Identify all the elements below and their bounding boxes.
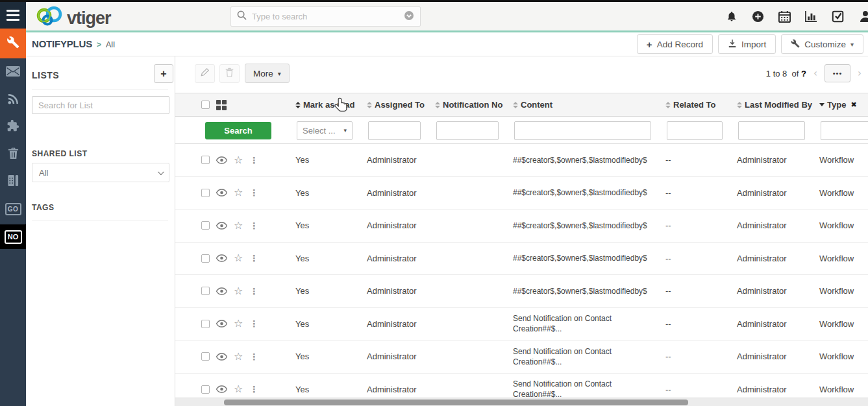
sidebar-item-tools-active[interactable] [0,29,26,58]
search-button[interactable]: Search [205,122,271,139]
user-icon[interactable] [859,10,868,23]
sidebar-item-recycle-bin[interactable] [0,141,26,167]
row-menu-icon[interactable]: ⋮ [249,287,258,296]
shared-list-select[interactable]: All [32,163,169,182]
sidebar-item-extensions[interactable] [0,114,26,140]
preview-eye-icon[interactable] [216,353,227,361]
table-row[interactable]: ☆ ⋮ Yes Administrator Send Notification … [175,308,868,341]
edit-button[interactable] [195,64,215,83]
content-filter-input[interactable] [514,121,651,140]
row-checkbox[interactable] [201,287,210,295]
grid-view-icon[interactable] [216,100,227,110]
add-record-button[interactable]: + Add Record [637,34,713,54]
remove-column-icon[interactable]: ✖ [850,101,856,109]
column-header-assigned-to[interactable]: Assigned To [360,100,428,110]
follow-star-icon[interactable]: ☆ [234,221,243,231]
cell-content: ##$creator$,$owner$,$lastmodifiedby$ [506,253,659,263]
bar-chart-icon[interactable] [805,10,817,22]
row-menu-icon[interactable]: ⋮ [249,156,258,165]
bell-icon[interactable] [726,10,738,23]
preview-eye-icon[interactable] [216,156,227,164]
global-search-input[interactable] [252,12,399,21]
hamburger-menu-button[interactable] [0,2,26,29]
column-header-notification-no[interactable]: Notification No [428,100,506,110]
row-checkbox[interactable] [201,156,210,164]
row-checkbox[interactable] [201,385,210,394]
cell-related-to: -- [659,286,730,296]
follow-star-icon[interactable]: ☆ [234,318,243,329]
row-menu-icon[interactable]: ⋮ [249,221,258,230]
table-row[interactable]: ☆ ⋮ Yes Administrator ##$creator$,$owner… [175,144,868,177]
add-list-button[interactable]: + [154,64,173,83]
import-button[interactable]: Import [718,34,776,54]
mark-as-read-filter-select[interactable]: Select ... ▾ [297,121,353,140]
tasks-icon[interactable] [832,10,845,23]
preview-eye-icon[interactable] [216,189,227,197]
preview-eye-icon[interactable] [216,385,227,393]
customize-button[interactable]: Customize ▾ [781,34,863,54]
search-scope-chevron-icon[interactable] [404,10,414,23]
select-all-checkbox[interactable] [201,101,210,109]
column-header-last-modified-by[interactable]: Last Modified By [730,100,813,110]
table-row[interactable]: ☆ ⋮ Yes Administrator Send Notification … [175,340,868,374]
follow-star-icon[interactable]: ☆ [234,352,243,362]
row-checkbox[interactable] [201,221,210,230]
breadcrumb-separator: > [97,40,101,49]
more-button[interactable]: More ▾ [245,64,290,83]
row-menu-icon[interactable]: ⋮ [249,385,258,394]
horizontal-scrollbar-track[interactable] [175,398,868,406]
sidebar-item-phone[interactable] [0,169,26,195]
sidebar-item-feeds[interactable] [0,87,26,113]
follow-star-icon[interactable]: ☆ [234,187,243,198]
vtiger-logo[interactable]: vtiger [36,6,111,30]
table-row[interactable]: ☆ ⋮ Yes Administrator ##$creator$,$owner… [175,177,868,210]
plus-circle-icon[interactable] [752,10,764,23]
preview-eye-icon[interactable] [216,254,227,262]
row-menu-icon[interactable]: ⋮ [249,188,258,197]
column-header-mark-as-read[interactable]: Mark as read [289,100,360,110]
prev-page-icon[interactable]: ‹ [813,67,817,79]
global-search[interactable] [230,6,421,27]
page-list-button[interactable]: ••• [825,64,850,82]
row-checkbox[interactable] [201,254,210,263]
assigned-to-filter-input[interactable] [368,121,421,140]
notification-no-filter-input[interactable] [436,121,499,140]
related-to-filter-input[interactable] [667,121,723,140]
row-checkbox[interactable] [201,352,210,361]
follow-star-icon[interactable]: ☆ [234,286,243,296]
row-menu-icon[interactable]: ⋮ [249,254,258,263]
last-modified-by-filter-input[interactable] [738,121,805,140]
preview-eye-icon[interactable] [216,222,227,230]
horizontal-scrollbar-thumb[interactable] [224,400,688,405]
next-page-icon[interactable]: › [858,67,862,79]
table-row[interactable]: ☆ ⋮ Yes Administrator ##$creator$,$owner… [175,243,868,276]
sidebar-item-mail[interactable] [0,60,26,86]
cell-assigned-to: Administrator [360,221,428,230]
table-row[interactable]: ☆ ⋮ Yes Administrator ##$creator$,$owner… [175,275,868,308]
column-header-content[interactable]: Content [506,100,659,110]
preview-eye-icon[interactable] [216,287,227,295]
column-header-type[interactable]: Type ✖ [813,100,868,110]
cell-mark-as-read: Yes [289,254,360,263]
follow-star-icon[interactable]: ☆ [234,155,243,165]
row-checkbox[interactable] [201,189,210,197]
shared-list-label: SHARED LIST [32,149,88,158]
table-row[interactable]: ☆ ⋮ Yes Administrator ##$creator$,$owner… [175,209,868,243]
sidebar-item-notifyplus-active[interactable]: NO [0,224,26,249]
follow-star-icon[interactable]: ☆ [234,384,243,394]
column-header-related-to[interactable]: Related To [659,100,730,110]
cell-assigned-to: Administrator [360,155,428,165]
type-filter-input[interactable] [821,121,868,140]
row-menu-icon[interactable]: ⋮ [249,319,258,328]
follow-star-icon[interactable]: ☆ [234,253,243,263]
preview-eye-icon[interactable] [216,320,227,328]
envelope-icon [6,66,20,79]
breadcrumb-module[interactable]: NOTIFYPLUS [32,38,92,49]
calendar-icon[interactable] [778,10,791,23]
sidebar-item-go-module[interactable]: GO [0,196,26,222]
row-menu-icon[interactable]: ⋮ [249,352,258,361]
breadcrumb-view[interactable]: All [106,40,115,49]
list-search-input[interactable] [32,96,169,114]
delete-button[interactable] [219,64,240,83]
row-checkbox[interactable] [201,320,210,328]
